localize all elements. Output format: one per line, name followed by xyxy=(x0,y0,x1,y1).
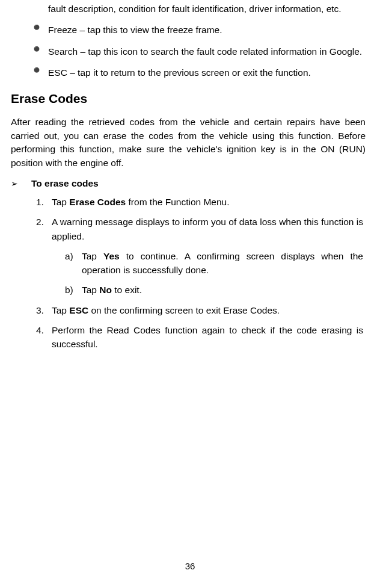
substep-b: b) Tap No to exit. xyxy=(65,283,363,297)
step-text: Tap ESC on the confirming screen to exit… xyxy=(52,305,280,315)
substep-a: a) Tap Yes to continue. A confirming scr… xyxy=(65,249,363,277)
bullet-freeze: Freeze – tap this to view the freeze fra… xyxy=(36,23,363,37)
page-number: 36 xyxy=(0,561,380,571)
step-number: 2. xyxy=(36,215,44,229)
step-text: Tap Erase Codes from the Function Menu. xyxy=(52,197,230,207)
step-text: Perform the Read Codes function again to… xyxy=(52,325,363,349)
step-number: 3. xyxy=(36,303,44,317)
procedure-title: To erase codes xyxy=(31,178,99,188)
continuation-text: fault description, condition for fault i… xyxy=(48,2,363,16)
step-text: A warning message displays to inform you… xyxy=(52,217,363,241)
substep-text: Tap Yes to continue. A confirming screen… xyxy=(82,251,363,275)
bullet-search: Search – tap this icon to search the fau… xyxy=(36,45,363,58)
bullet-esc: ESC – tap it to return to the previous s… xyxy=(36,66,363,79)
procedure-steps: 1. Tap Erase Codes from the Function Men… xyxy=(36,195,363,351)
substep-letter: a) xyxy=(65,249,73,263)
substeps: a) Tap Yes to continue. A confirming scr… xyxy=(65,249,363,297)
procedure-section: ➢ To erase codes xyxy=(20,178,363,189)
feature-bullet-list: Freeze – tap this to view the freeze fra… xyxy=(36,23,363,79)
step-1: 1. Tap Erase Codes from the Function Men… xyxy=(36,195,363,209)
intro-paragraph: After reading the retrieved codes from t… xyxy=(11,116,366,170)
erase-codes-heading: Erase Codes xyxy=(11,91,363,106)
substep-text: Tap No to exit. xyxy=(82,285,142,295)
step-number: 4. xyxy=(36,323,44,337)
step-2: 2. A warning message displays to inform … xyxy=(36,215,363,297)
step-4: 4. Perform the Read Codes function again… xyxy=(36,323,363,351)
step-number: 1. xyxy=(36,195,44,209)
arrow-icon: ➢ xyxy=(11,179,18,188)
substep-letter: b) xyxy=(65,283,73,297)
step-3: 3. Tap ESC on the confirming screen to e… xyxy=(36,303,363,317)
